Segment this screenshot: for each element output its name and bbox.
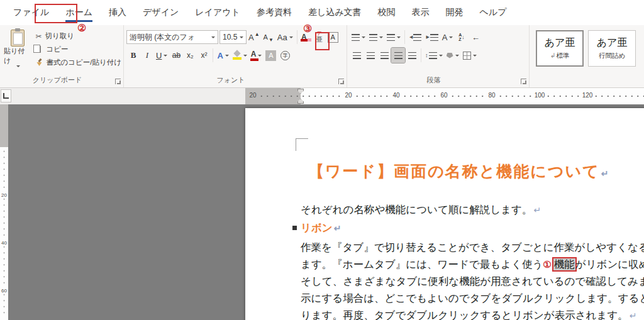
character-border-icon: A: [328, 32, 338, 43]
chevron-down-icon: [455, 55, 459, 57]
clipboard-group: 貼り付け ✂ 切り取り コピー 書式のコピー/貼り付け クリップボード: [0, 25, 124, 87]
chevron-down-icon: [243, 55, 247, 57]
character-border-button[interactable]: A: [326, 30, 340, 45]
chevron-down-icon: [225, 55, 229, 57]
document-page[interactable]: 【ワード】画面の名称と機能について↵ それぞれの名称や機能について順に解説します…: [245, 108, 644, 320]
highlight-button[interactable]: [231, 48, 249, 63]
font-color-icon: A: [251, 50, 257, 61]
font-group: 游明朝 (本文のフォ 10.5 A▲ A▼ Aa: [124, 25, 347, 87]
copy-icon: [35, 46, 41, 53]
clipboard-dialog-launcher[interactable]: [115, 79, 121, 84]
body-line: ります。再度、タブでダブルクリックするとリボンが表示されます。↵: [301, 307, 644, 320]
tab-selector-button[interactable]: [1, 89, 11, 102]
subscript-button[interactable]: x₂: [183, 48, 197, 63]
cut-button[interactable]: ✂ 切り取り: [33, 30, 123, 43]
asian-layout-icon: A: [442, 33, 448, 42]
format-painter-button[interactable]: 書式のコピー/貼り付け: [33, 56, 123, 69]
editing-marks-icon: ←: [472, 33, 480, 42]
tab-home[interactable]: ホーム: [57, 1, 101, 25]
body-line: 示にする場合は、どこでもよいのでタブをダブルクリックします。すると、リボ: [301, 290, 644, 307]
v-ruler-number: 60: [0, 288, 8, 294]
tab-help[interactable]: ヘルプ: [472, 1, 515, 25]
font-group-label: フォント: [124, 75, 338, 85]
character-shading-button[interactable]: A: [264, 48, 278, 63]
ruler-number: 20: [343, 92, 353, 99]
tab-file[interactable]: ファイル: [5, 1, 57, 25]
font-size-combo[interactable]: 10.5: [219, 30, 247, 44]
change-case-icon: Aa: [277, 33, 287, 42]
show-editing-marks-button[interactable]: ←: [469, 30, 482, 45]
bullets-button[interactable]: [350, 30, 367, 45]
ruler-number: 120: [581, 92, 594, 99]
tab-mailings[interactable]: 差し込み文書: [300, 1, 370, 25]
separator: [213, 48, 213, 62]
paste-button[interactable]: 貼り付け: [4, 28, 31, 72]
tab-insert[interactable]: 挿入: [101, 1, 135, 25]
align-center-button[interactable]: [364, 48, 377, 63]
decrease-indent-button[interactable]: ◀: [407, 30, 423, 45]
align-right-button[interactable]: [377, 48, 391, 63]
grow-font-button[interactable]: A▲: [247, 30, 262, 45]
sort-button[interactable]: AZ ↓: [455, 30, 469, 45]
asian-layout-button[interactable]: A: [440, 30, 455, 45]
numbering-button[interactable]: [367, 30, 385, 45]
body-line: ます。『ホームタブ』には、ワードで最もよく使う①機能がリボンに収められていま: [301, 256, 644, 273]
document-title: 【ワード】画面の名称と機能について↵: [301, 161, 644, 182]
line-spacing-icon: ↕: [425, 52, 428, 58]
shading-button[interactable]: [445, 48, 461, 63]
style-no-spacing[interactable]: あア亜 行間詰め: [588, 30, 636, 67]
distribute-button[interactable]: [405, 48, 419, 63]
copy-button[interactable]: コピー: [33, 43, 123, 56]
tab-developer[interactable]: 開発: [438, 1, 472, 25]
paragraph-dialog-launcher[interactable]: [521, 79, 526, 84]
style-normal[interactable]: あア亜 ↲標準: [536, 30, 584, 67]
eraser-icon: [308, 38, 311, 41]
italic-button[interactable]: I: [140, 48, 154, 63]
text-effects-button[interactable]: A: [215, 48, 230, 63]
underline-button[interactable]: U: [154, 48, 169, 63]
justify-button[interactable]: [391, 48, 405, 63]
clear-formatting-button[interactable]: A: [299, 30, 313, 45]
change-case-button[interactable]: Aa: [275, 30, 295, 45]
separator: [404, 30, 405, 44]
chevron-down-icon: [449, 36, 453, 38]
tab-references[interactable]: 参考資料: [248, 1, 300, 25]
v-ruler-number: 20: [0, 192, 8, 198]
line-spacing-button[interactable]: ↕: [423, 48, 445, 63]
annotation-number-1: ①: [543, 259, 551, 270]
margin-corner-mark: [296, 138, 308, 151]
multilevel-list-button[interactable]: [385, 30, 402, 45]
font-color-button[interactable]: A: [249, 48, 264, 63]
align-left-button[interactable]: [350, 48, 364, 63]
style-preview: あア亜: [597, 36, 628, 50]
format-painter-label: 書式のコピー/貼り付け: [46, 58, 121, 67]
align-left-icon: [353, 52, 361, 59]
strikethrough-button[interactable]: ab: [169, 48, 183, 63]
font-name-combo[interactable]: 游明朝 (本文のフォ: [126, 30, 218, 44]
list-bullet-icon: [292, 226, 297, 230]
font-dialog-launcher[interactable]: [338, 79, 344, 84]
ribbon: 貼り付け ✂ 切り取り コピー 書式のコピー/貼り付け クリップボード: [0, 25, 644, 88]
superscript-button[interactable]: x²: [197, 48, 211, 63]
tab-layout[interactable]: レイアウト: [187, 1, 248, 25]
tab-design[interactable]: デザイン: [135, 1, 187, 25]
paragraph-group: ◀ ▶ A AZ ↓ ← ↕: [347, 25, 530, 87]
clipboard-icon: [11, 30, 25, 47]
separator: [297, 30, 297, 44]
indent-lines-icon: [413, 34, 421, 41]
horizontal-ruler[interactable]: 20 20 40 60 80 100 120: [0, 88, 644, 104]
paragraph-mark-icon: ↵: [630, 311, 637, 320]
tab-view[interactable]: 表示: [404, 1, 438, 25]
paragraph-mark-icon: ↵: [334, 223, 341, 233]
borders-button[interactable]: [461, 48, 479, 63]
enclose-characters-button[interactable]: 字: [278, 48, 292, 63]
paragraph-group-label: 段落: [347, 75, 520, 85]
increase-indent-button[interactable]: ▶: [423, 30, 440, 45]
phonetic-guide-button[interactable]: ア 亜: [313, 30, 326, 45]
style-preview: あア亜: [545, 36, 575, 50]
vertical-ruler[interactable]: 20 40 60: [0, 104, 8, 320]
bold-button[interactable]: B: [126, 48, 140, 63]
shrink-font-button[interactable]: A▼: [262, 30, 275, 45]
tab-review[interactable]: 校閲: [370, 1, 404, 25]
character-shading-icon: A: [265, 50, 276, 61]
